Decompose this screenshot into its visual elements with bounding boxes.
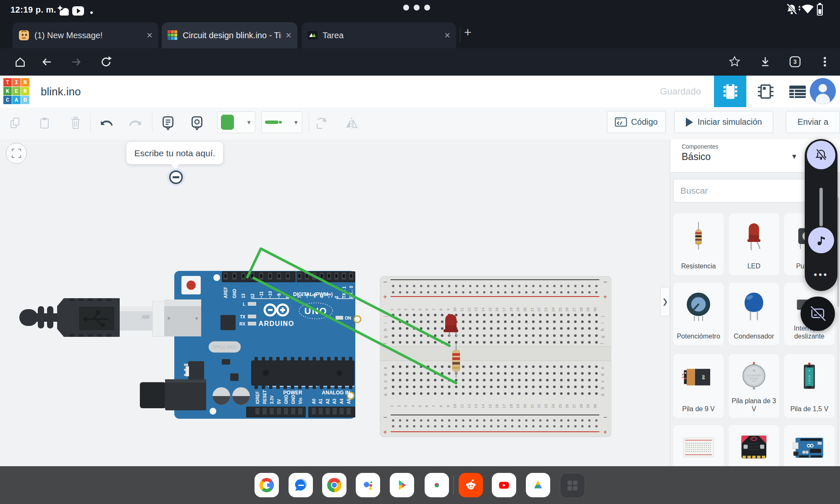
rotate-button[interactable] — [312, 113, 331, 134]
dock-item-google[interactable] — [255, 473, 279, 497]
mirror-button[interactable] — [342, 113, 361, 134]
color-swatch — [221, 115, 234, 130]
copy-button[interactable] — [6, 113, 24, 134]
dock-item-drive[interactable] — [526, 473, 550, 497]
fit-view-icon — [12, 149, 21, 158]
note-marker[interactable] — [165, 167, 186, 188]
notification-dot — [90, 11, 93, 14]
live-caption-off-button[interactable] — [801, 297, 835, 331]
document-title[interactable]: blink.ino — [41, 85, 81, 98]
dock-item-reddit[interactable] — [459, 473, 483, 497]
logo-tile: N — [21, 78, 29, 87]
volume-slider[interactable] — [819, 188, 823, 226]
undo-button[interactable] — [97, 113, 116, 134]
tab-favicon-tinkercad-icon — [168, 30, 178, 40]
dock-item-messages[interactable] — [289, 473, 313, 497]
delete-button[interactable] — [66, 113, 85, 134]
reload-button[interactable] — [100, 56, 113, 68]
new-tab-button[interactable]: + — [464, 25, 472, 39]
chevron-down-icon[interactable]: ▼ — [791, 153, 798, 160]
back-button[interactable] — [41, 56, 52, 68]
redo-button[interactable] — [126, 113, 144, 134]
code-button[interactable]: Código — [607, 111, 666, 133]
color-dropdown[interactable]: ▼ — [217, 111, 255, 133]
component-tile-coin-cell[interactable]: +COIN BATTERYCR 20323.0VPila plana de 3 … — [729, 354, 779, 418]
component-tile-capacitor[interactable]: Condensador — [729, 283, 779, 345]
tab-tarea[interactable]: Tarea × — [302, 22, 456, 48]
code-button-label: Código — [631, 117, 658, 127]
breadboard-view-icon — [721, 81, 740, 102]
screen: { "status_bar": { "time": "12:19 p. m." … — [0, 0, 840, 504]
tab-close-icon[interactable]: × — [147, 30, 152, 40]
notification-mute-button[interactable] — [807, 141, 835, 169]
note-tooltip[interactable]: Escribe tu nota aquí. — [126, 142, 223, 164]
play-icon — [685, 117, 693, 127]
wifi-icon — [798, 3, 815, 15]
dock-item-app-grid[interactable] — [560, 473, 585, 498]
breadboard-small-icon — [675, 427, 722, 465]
bell-muted-icon — [814, 148, 828, 162]
svg-text:9V: 9V — [701, 375, 706, 379]
panel-collapse-button[interactable]: ❯ — [660, 287, 670, 316]
bookmark-star-button[interactable] — [729, 56, 740, 68]
list-view-icon — [788, 83, 808, 100]
send-to-button[interactable]: Enviar a — [786, 111, 840, 133]
audio-settings-button[interactable] — [808, 227, 834, 253]
start-simulation-label: Iniciar simulación — [698, 117, 762, 127]
dock-item-chrome[interactable] — [322, 473, 346, 497]
home-button[interactable] — [14, 56, 26, 68]
label-pin-button[interactable] — [188, 113, 206, 134]
notes-button[interactable] — [159, 113, 177, 134]
tab-title: Tarea — [323, 31, 440, 40]
component-tile-label: Pila plana de 3 V — [729, 397, 779, 413]
tab-close-icon[interactable]: × — [286, 30, 291, 40]
tab-new-message[interactable]: (1) New Message! × — [13, 22, 158, 48]
schematic-view-button[interactable] — [749, 76, 782, 107]
list-view-button[interactable] — [781, 76, 814, 107]
category-selected[interactable]: Básico — [682, 151, 711, 163]
window-handle-dots — [403, 5, 430, 10]
send-to-label: Enviar a — [798, 117, 828, 127]
svg-text:+: + — [808, 369, 810, 373]
tab-separator — [460, 27, 460, 42]
dock-item-play-store[interactable] — [390, 473, 414, 497]
components-label: Componentes — [682, 143, 718, 150]
more-options-icon[interactable]: ••• — [805, 269, 837, 280]
download-button[interactable] — [759, 56, 771, 68]
fit-view-button[interactable] — [6, 143, 27, 164]
logo-tile: K — [3, 87, 12, 95]
search-input[interactable] — [673, 179, 825, 202]
avatar[interactable] — [810, 78, 836, 104]
dock-item-assistant[interactable] — [356, 473, 380, 497]
battery-9v-icon: 9V — [675, 356, 722, 394]
code-icon — [615, 116, 627, 128]
tinkercad-logo[interactable]: TINKERCAD — [3, 78, 29, 105]
chevron-down-icon: ▼ — [246, 119, 252, 126]
breadboard-view-button[interactable] — [714, 76, 746, 107]
start-simulation-button[interactable]: Iniciar simulación — [674, 111, 773, 133]
music-note-icon — [815, 234, 827, 247]
tab-counter-button[interactable]: 3 — [789, 56, 801, 68]
component-tile-resistor[interactable]: Resistencia — [673, 213, 724, 275]
shelf-dock — [0, 466, 840, 504]
svg-text:CR 2032: CR 2032 — [749, 377, 758, 380]
logo-tile: E — [12, 87, 21, 95]
paste-button[interactable] — [35, 113, 54, 134]
dock-item-photos[interactable] — [425, 473, 449, 497]
component-tile-led[interactable]: LED — [729, 213, 779, 275]
tab-close-icon[interactable]: × — [444, 30, 450, 40]
component-tile-label: Potenciómetro — [673, 332, 724, 340]
menu-kebab-button[interactable] — [819, 56, 831, 68]
tab-tinkercad-active[interactable]: Circuit design blink.ino - Tin × — [162, 22, 297, 48]
captions-off-icon — [809, 305, 827, 322]
battery-aa-icon: +AA 1.5V− — [786, 356, 832, 394]
capacitor-icon — [731, 284, 777, 323]
dock-item-youtube[interactable] — [492, 473, 516, 497]
component-tile-potentiometer[interactable]: Potenciómetro — [673, 283, 724, 345]
component-tile-battery-9v[interactable]: 9VPila de 9 V — [673, 354, 724, 418]
wire-style-dropdown[interactable]: ▼ — [261, 111, 302, 133]
forward-button[interactable] — [71, 56, 82, 68]
tab-favicon-tarea-icon — [307, 30, 318, 40]
component-tile-battery-aa[interactable]: +AA 1.5V−Pila de 1,5 V — [784, 354, 835, 418]
status-bar: 12:19 p. m. — [0, 0, 840, 20]
